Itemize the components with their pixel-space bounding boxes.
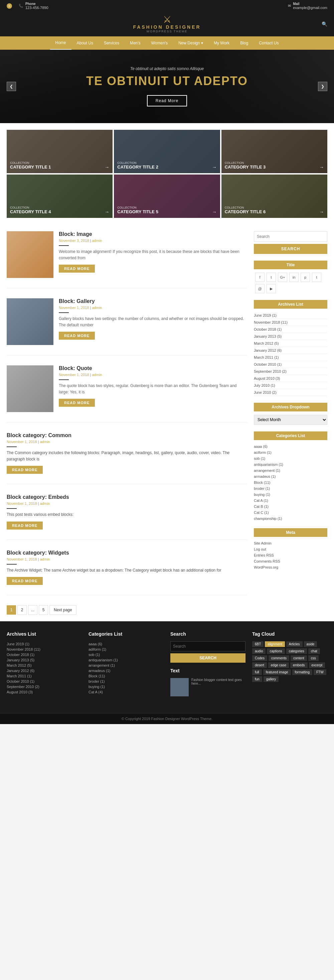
tag-comments[interactable]: comments xyxy=(268,655,289,661)
category-item[interactable]: Cat A (1) xyxy=(254,498,327,504)
category-item[interactable]: antiquarianism (1) xyxy=(254,461,327,468)
archive-item[interactable]: July 2010 (1) xyxy=(254,382,327,389)
tag-fun[interactable]: fun xyxy=(252,676,262,682)
tag-ftw[interactable]: FTW xyxy=(314,669,326,675)
footer-category-item[interactable]: aaaa (6) xyxy=(88,641,164,647)
category-item[interactable]: championship (1) xyxy=(254,515,327,522)
hero-arrow-left[interactable]: ❮ xyxy=(7,82,16,91)
hero-read-more-button[interactable]: Read More xyxy=(147,95,187,107)
read-more-btn-1[interactable]: READ MORE xyxy=(59,265,95,273)
category-item[interactable]: arrangement (1) xyxy=(254,468,327,474)
social-twitter[interactable]: t xyxy=(267,273,276,282)
archive-item[interactable]: January 2013 (5) xyxy=(254,333,327,340)
footer-category-item[interactable]: Cat A (4) xyxy=(88,689,164,695)
nav-contact[interactable]: Contact Us xyxy=(254,37,284,49)
search-button[interactable]: SEARCH xyxy=(254,244,327,254)
footer-archive-item[interactable]: September 2010 (2) xyxy=(7,684,82,689)
category-item[interactable]: Cat B (1) xyxy=(254,504,327,509)
footer-category-item[interactable]: buying (1) xyxy=(88,684,164,689)
archive-item[interactable]: November 2018 (11) xyxy=(254,319,327,326)
footer-category-item[interactable]: adiform (1) xyxy=(88,647,164,652)
tag-6bt[interactable]: 6BT xyxy=(252,641,264,647)
social-linkedin[interactable]: in xyxy=(289,273,299,282)
nav-my-work[interactable]: My Work xyxy=(208,37,235,49)
tag-codes[interactable]: Codes xyxy=(252,655,267,661)
archive-item[interactable]: October 2010 (1) xyxy=(254,361,327,368)
tag-edge-case[interactable]: edge case xyxy=(268,662,289,668)
archives-dropdown-select[interactable]: Select Month xyxy=(254,415,327,425)
page-2[interactable]: 2 xyxy=(18,605,27,615)
post-title-3[interactable]: Block: Quote xyxy=(59,365,247,371)
nav-about[interactable]: About Us xyxy=(72,37,99,49)
cart-badge[interactable]: 0 xyxy=(7,3,12,9)
nav-womens[interactable]: Women's xyxy=(146,37,173,49)
footer-category-item[interactable]: armadeus (1) xyxy=(88,668,164,673)
tag-chat[interactable]: chat xyxy=(308,648,320,654)
footer-archive-item[interactable]: June 2019 (1) xyxy=(7,641,82,647)
footer-archive-item[interactable]: August 2010 (3) xyxy=(7,689,82,695)
tag-featured-image[interactable]: featured image xyxy=(263,669,291,675)
post-title-2[interactable]: Block: Gallery xyxy=(59,298,247,304)
meta-entries-rss[interactable]: Entries RSS xyxy=(254,552,327,558)
archive-item[interactable]: October 2018 (1) xyxy=(254,326,327,333)
footer-archive-item[interactable]: March 2012 (5) xyxy=(7,663,82,668)
nav-new-design[interactable]: New Design ▾ xyxy=(173,37,208,49)
category-item[interactable]: buying (1) xyxy=(254,492,327,498)
tag-excerpt[interactable]: excerpt xyxy=(309,662,325,668)
category-item[interactable]: Cat C (1) xyxy=(254,509,327,515)
footer-archive-item[interactable]: January 2012 (6) xyxy=(7,668,82,673)
nav-services[interactable]: Services xyxy=(99,37,125,49)
category-item[interactable]: broder (1) xyxy=(254,485,327,492)
social-instagram[interactable]: @ xyxy=(255,284,265,293)
footer-search-button[interactable]: SEARCH xyxy=(170,653,246,663)
category-item-6[interactable]: collection CATEGORY TITLE 6 → xyxy=(221,175,327,218)
read-more-btn-4[interactable]: READ MORE xyxy=(7,466,43,474)
nav-mens[interactable]: Men's xyxy=(125,37,146,49)
read-more-btn-2[interactable]: READ MORE xyxy=(59,332,95,340)
tag-articles[interactable]: Articles xyxy=(286,641,303,647)
tag-css[interactable]: css xyxy=(308,655,319,661)
social-youtube[interactable]: ▶ xyxy=(267,284,276,293)
post-title-6[interactable]: Block category: Widgets xyxy=(7,550,247,556)
footer-category-item[interactable]: antiquarianism (1) xyxy=(88,657,164,663)
category-item[interactable]: sob (1) xyxy=(254,455,327,461)
tag-alignment[interactable]: alignment xyxy=(265,641,284,647)
archive-item[interactable]: January 2012 (6) xyxy=(254,347,327,354)
archive-item[interactable]: September 2010 (2) xyxy=(254,368,327,375)
search-input[interactable] xyxy=(254,231,327,242)
logo[interactable]: ⚔ FASHION DESIGNER WORDPRESS THEME xyxy=(133,15,201,33)
read-more-btn-5[interactable]: READ MORE xyxy=(7,522,43,530)
page-1[interactable]: 1 xyxy=(7,605,16,615)
nav-blog[interactable]: Blog xyxy=(235,37,254,49)
tag-desert[interactable]: desert xyxy=(252,662,267,668)
archive-item[interactable]: June 2010 (2) xyxy=(254,389,327,396)
hero-arrow-right[interactable]: ❯ xyxy=(318,82,327,91)
tag-aside[interactable]: aside xyxy=(304,641,317,647)
category-item[interactable]: armadeus (1) xyxy=(254,474,327,479)
archive-item[interactable]: March 2011 (1) xyxy=(254,354,327,361)
social-google[interactable]: G+ xyxy=(278,273,287,282)
post-title-4[interactable]: Block category: Common xyxy=(7,433,247,438)
social-pinterest[interactable]: p xyxy=(300,273,310,282)
meta-site-admin[interactable]: Site Admin xyxy=(254,540,327,546)
category-item[interactable]: Block (11) xyxy=(254,479,327,485)
post-title-5[interactable]: Block category: Embeds xyxy=(7,494,247,500)
tag-embeds[interactable]: embeds xyxy=(290,662,308,668)
archive-item[interactable]: June 2019 (1) xyxy=(254,312,327,319)
footer-archive-item[interactable]: January 2013 (5) xyxy=(7,657,82,663)
footer-search-input[interactable] xyxy=(170,641,246,651)
meta-comments-rss[interactable]: Comments RSS xyxy=(254,558,327,564)
category-item-4[interactable]: collection CATEGORY TITLE 4 → xyxy=(7,175,113,218)
footer-category-item[interactable]: broder (1) xyxy=(88,679,164,684)
footer-category-item[interactable]: Block (11) xyxy=(88,673,164,679)
footer-archive-item[interactable]: November 2018 (11) xyxy=(7,647,82,652)
footer-archive-item[interactable]: October 2018 (1) xyxy=(7,652,82,657)
post-title-1[interactable]: Block: Image xyxy=(59,231,247,237)
category-item-1[interactable]: collection CATEGORY TITLE 1 → xyxy=(7,130,113,173)
search-icon[interactable]: 🔍 xyxy=(322,21,327,27)
tag-categories[interactable]: categories xyxy=(286,648,307,654)
tag-audio[interactable]: audio xyxy=(252,648,265,654)
category-item-2[interactable]: collection CATEGORY TITLE 2 → xyxy=(114,130,220,173)
archive-item[interactable]: August 2010 (3) xyxy=(254,375,327,382)
footer-category-item[interactable]: arrangement (1) xyxy=(88,663,164,668)
